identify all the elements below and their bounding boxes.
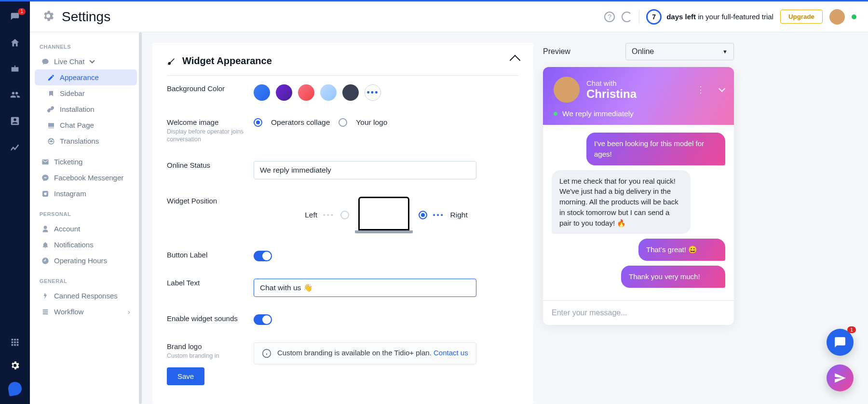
gear-icon [41, 9, 55, 24]
color-swatch-purple[interactable] [276, 84, 292, 101]
section-general: GENERAL [35, 275, 137, 288]
section-channels: CHANNELS [35, 41, 137, 54]
laptop-icon [355, 197, 413, 233]
sidebar-item-live-chat[interactable]: Live Chat [35, 54, 137, 69]
sidebar-item-canned[interactable]: Canned Responses [35, 288, 137, 304]
apps-icon[interactable] [8, 336, 22, 349]
nav-rail: 1 [0, 1, 30, 404]
chat-input[interactable]: Enter your message... [543, 300, 734, 325]
chat-avatar [554, 77, 580, 103]
chat-msg-user: I've been looking for this model for age… [586, 133, 725, 165]
sidebar-item-workflow[interactable]: Workflow› [35, 304, 137, 320]
status-dot [852, 14, 856, 19]
trial-days: 7 [646, 9, 662, 25]
color-more-button[interactable]: ••• [365, 84, 381, 101]
bg-label: Background Color [167, 84, 244, 93]
home-icon[interactable] [8, 36, 22, 50]
color-swatch-lightblue[interactable] [320, 84, 337, 101]
settings-icon[interactable] [8, 359, 22, 372]
sidebar-item-chat-page[interactable]: Chat Page [35, 117, 137, 133]
settings-sidebar: CHANNELS Live Chat Appearance Sidebar In… [30, 32, 142, 404]
bot-icon[interactable] [8, 62, 22, 76]
info-icon [262, 349, 271, 358]
section-personal: PERSONAL [35, 208, 137, 221]
collapse-button[interactable] [511, 55, 519, 67]
color-swatch-blue[interactable] [254, 84, 270, 101]
form-title: Widget Appearance [182, 55, 272, 67]
send-fab[interactable] [827, 364, 854, 391]
chat-msg-op: Let me check that for you real quick! We… [552, 170, 691, 234]
minimize-icon[interactable] [719, 87, 723, 92]
button-label-toggle[interactable] [254, 251, 272, 261]
help-icon[interactable]: ? [604, 12, 615, 22]
save-button[interactable]: Save [167, 367, 204, 385]
people-icon[interactable] [8, 88, 22, 102]
preview-panel: Preview Online ▼ Chat with [533, 32, 746, 404]
sidebar-item-notifications[interactable]: Notifications [35, 237, 137, 253]
brush-icon [167, 57, 176, 66]
color-swatch-red[interactable] [298, 84, 314, 101]
radio-logo[interactable] [339, 118, 347, 127]
chat-msg-user: That's great! 😄 [638, 239, 725, 261]
sidebar-item-instagram[interactable]: Instagram [35, 186, 137, 202]
brand-logo-icon[interactable] [7, 381, 23, 396]
menu-icon[interactable]: ⋮ [696, 84, 705, 95]
pos-left[interactable] [340, 211, 349, 219]
sounds-toggle[interactable] [254, 314, 272, 325]
sidebar-item-account[interactable]: Account [35, 221, 137, 237]
online-status-input[interactable] [254, 161, 476, 179]
widget-form: Widget Appearance Background Color ••• [152, 43, 533, 404]
avatar[interactable] [829, 9, 845, 25]
analytics-icon[interactable] [8, 140, 22, 154]
sidebar-item-installation[interactable]: Installation [35, 101, 137, 117]
chat-fab[interactable]: 1 [827, 329, 854, 356]
sidebar-item-ticketing[interactable]: Ticketing [35, 154, 137, 170]
fab-badge: 1 [847, 326, 856, 333]
sidebar-item-operating[interactable]: Operating Hours [35, 253, 137, 269]
inbox-icon[interactable]: 1 [8, 10, 22, 24]
inbox-badge: 1 [18, 8, 26, 15]
sidebar-item-messenger[interactable]: Facebook Messenger [35, 170, 137, 186]
upgrade-button[interactable]: Upgrade [780, 10, 823, 24]
brand-info: Custom branding is available on the Tidi… [254, 342, 476, 364]
page-header: Settings ? 7 days left in your full-feat… [30, 1, 868, 32]
contacts-icon[interactable] [8, 114, 22, 128]
sidebar-item-sidebar[interactable]: Sidebar [35, 85, 137, 101]
pos-right[interactable] [419, 211, 427, 219]
preview-select[interactable]: Online ▼ [625, 43, 734, 60]
chat-msg-user: Thank you very much! [621, 266, 725, 288]
sidebar-item-translations[interactable]: Translations [35, 133, 137, 149]
refresh-icon[interactable] [622, 12, 632, 22]
trial-banner: 7 days left in your full-featured trial [646, 9, 773, 25]
sidebar-item-appearance[interactable]: Appearance [35, 69, 137, 85]
chevron-down-icon [90, 58, 95, 63]
radio-operators[interactable] [254, 118, 262, 127]
label-text-input[interactable] [254, 279, 476, 297]
contact-us-link[interactable]: Contact us [434, 349, 468, 357]
page-title: Settings [62, 9, 110, 25]
chat-widget: Chat with Christina ⋮ We reply immediate… [543, 67, 734, 325]
color-swatch-dark[interactable] [342, 84, 359, 101]
preview-label: Preview [543, 47, 570, 56]
